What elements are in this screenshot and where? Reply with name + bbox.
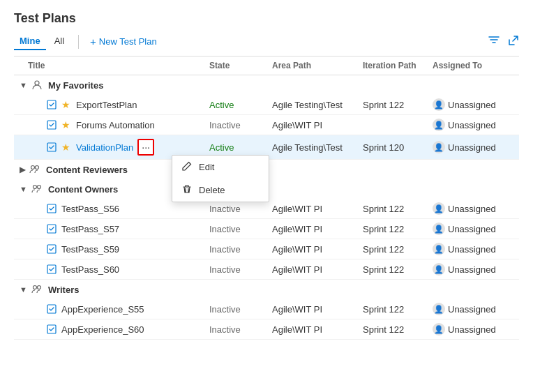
row-iteration: Sprint 122 <box>363 224 433 234</box>
row-title: TestPass_S56 <box>28 203 209 214</box>
row-iteration: Sprint 122 <box>363 304 433 315</box>
row-iteration: Sprint 122 <box>363 204 433 214</box>
page-container: Test Plans Mine All + New Test Plan Titl… <box>0 0 533 392</box>
table-row: AppExperience_S60 Inactive Agile\WIT PI … <box>14 319 519 340</box>
row-iteration: Sprint 122 <box>363 244 433 255</box>
row-area: Agile Testing\Test <box>272 142 363 153</box>
row-state: Inactive <box>209 204 272 214</box>
svg-rect-8 <box>47 204 56 213</box>
col-state: State <box>209 61 272 70</box>
table-row: AppExperience_S55 Inactive Agile\WIT PI … <box>14 299 519 319</box>
row-iteration: Sprint 122 <box>363 324 433 335</box>
owners-group-icon <box>31 183 43 195</box>
row-name: AppExperience_S55 <box>61 304 144 315</box>
row-area: Agile\WIT PI <box>272 264 363 275</box>
filter-icon[interactable] <box>488 35 500 49</box>
reviewers-group-icon <box>29 164 40 175</box>
section-my-favorites[interactable]: ▼ My Favorites <box>14 75 519 95</box>
svg-point-4 <box>31 166 35 169</box>
row-state: Inactive <box>209 304 272 315</box>
chevron-down-icon: ▼ <box>20 81 27 89</box>
toolbar: Mine All + New Test Plan <box>14 33 519 56</box>
row-name: TestPass_S57 <box>61 224 119 234</box>
star-icon: ★ <box>61 142 70 153</box>
svg-rect-3 <box>47 143 56 151</box>
test-plan-icon <box>46 264 57 275</box>
writers-group-icon <box>31 284 43 295</box>
row-state: Inactive <box>209 120 272 130</box>
row-title: AppExperience_S60 <box>28 324 209 335</box>
col-assigned: Assigned To <box>433 61 516 70</box>
svg-rect-9 <box>47 225 56 233</box>
row-title: TestPass_S57 <box>28 223 209 234</box>
section-writers[interactable]: ▼ Writers <box>14 280 519 299</box>
table-body: ▼ My Favorites ★ ExportTestPlan Act <box>14 75 519 392</box>
row-iteration: Sprint 122 <box>363 264 433 275</box>
row-area: Agile\WIT PI <box>272 244 363 255</box>
row-area: Agile Testing\Test <box>272 100 363 110</box>
page-title: Test Plans <box>14 11 519 26</box>
row-state: Inactive <box>209 324 272 335</box>
new-test-plan-button[interactable]: + New Test Plan <box>84 33 163 50</box>
assigned-avatar: 👤 <box>433 202 445 215</box>
context-menu-delete[interactable]: Delete <box>172 179 269 202</box>
test-plan-icon <box>46 243 57 255</box>
row-state: Active <box>209 100 272 110</box>
assigned-avatar: 👤 <box>433 141 445 153</box>
row-title: TestPass_S59 <box>28 243 209 255</box>
svg-point-0 <box>35 81 39 85</box>
table-row: ★ Forums Automation Inactive Agile\WIT P… <box>14 115 519 135</box>
row-iteration: Sprint 122 <box>363 100 433 110</box>
edit-icon <box>182 161 193 173</box>
row-iteration: Sprint 120 <box>363 142 433 153</box>
ellipsis-button[interactable]: ··· <box>137 139 154 156</box>
tab-mine[interactable]: Mine <box>14 33 46 50</box>
row-assigned: 👤 Unassigned <box>433 141 516 153</box>
delete-icon <box>182 184 193 196</box>
row-name: AppExperience_S60 <box>61 324 144 335</box>
row-title: TestPass_S60 <box>28 264 209 275</box>
assigned-avatar: 👤 <box>433 263 445 276</box>
table-row: TestPass_S59 Inactive Agile\WIT PI Sprin… <box>14 239 519 259</box>
assigned-avatar: 👤 <box>433 119 445 131</box>
row-state: Inactive <box>209 244 272 255</box>
svg-rect-14 <box>47 305 56 313</box>
svg-rect-15 <box>47 325 56 333</box>
row-name: ExportTestPlan <box>76 100 137 110</box>
context-menu-edit[interactable]: Edit <box>172 156 269 179</box>
section-my-favorites-label: My Favorites <box>48 80 103 91</box>
favorites-group-icon <box>31 80 43 91</box>
section-content-owners-label: Content Owners <box>48 184 118 195</box>
table-header: Title State Area Path Iteration Path Ass… <box>14 56 519 75</box>
col-area: Area Path <box>272 61 363 70</box>
row-title: AppExperience_S55 <box>28 303 209 315</box>
star-icon: ★ <box>61 99 70 110</box>
table-row: TestPass_S57 Inactive Agile\WIT PI Sprin… <box>14 219 519 239</box>
assigned-avatar: 👤 <box>433 98 445 111</box>
expand-icon[interactable] <box>508 35 519 49</box>
plus-icon: + <box>90 36 96 47</box>
row-area: Agile\WIT PI <box>272 304 363 315</box>
test-plan-icon <box>46 203 57 214</box>
row-title: ★ ValidationPlan ··· <box>28 139 209 156</box>
test-plan-icon <box>46 119 57 130</box>
row-name-link[interactable]: ValidationPlan <box>76 142 133 153</box>
svg-rect-2 <box>47 121 56 129</box>
table-row: ★ ExportTestPlan Active Agile Testing\Te… <box>14 95 519 115</box>
star-icon: ★ <box>61 119 70 130</box>
assigned-avatar: 👤 <box>433 223 445 235</box>
test-plan-icon <box>46 223 57 234</box>
row-assigned: 👤 Unassigned <box>433 98 516 111</box>
row-area: Agile\WIT PI <box>272 324 363 335</box>
assigned-avatar: 👤 <box>433 303 445 315</box>
tab-all[interactable]: All <box>49 33 70 50</box>
col-title: Title <box>28 61 209 70</box>
svg-point-12 <box>33 286 36 289</box>
row-assigned: 👤 Unassigned <box>433 303 516 315</box>
row-name: Forums Automation <box>76 120 155 130</box>
row-assigned: 👤 Unassigned <box>433 223 516 235</box>
test-plan-icon <box>46 142 57 153</box>
chevron-right-icon: ▶ <box>20 165 25 174</box>
row-area: Agile\WIT PI <box>272 224 363 234</box>
svg-point-7 <box>37 186 40 189</box>
